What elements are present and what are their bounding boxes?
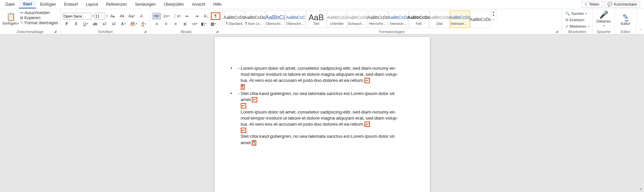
style-item-7[interactable]: AaBbCcDcHervorhe… [368,10,388,28]
clear-formatting-button[interactable]: A̷ [137,13,146,20]
style-scroll-down[interactable]: ▾ [491,13,496,17]
font-name-dropdown[interactable]: ▾ [92,14,94,18]
tab-layout[interactable]: Layout [82,1,102,8]
tab-hilfe[interactable]: Hilfe [209,1,225,8]
style-name: Intensive… [390,22,407,26]
font-color-button[interactable]: A▾ [139,21,148,27]
microphone-icon: 🎤 [599,10,608,19]
style-preview: AaBbCcDc [244,13,266,22]
ribbon: Datei Start Einfügen Entwurf Layout Refe… [0,0,644,34]
style-item-0[interactable]: AaBbCcDc¶ Standard [224,10,244,28]
select-button[interactable]: ⤢Markieren▾ [564,23,591,29]
comments-label: Kommentare [614,2,637,7]
style-item-8[interactable]: AaBbCcDcIntensive… [388,10,408,28]
doc-text: Lorem·ipsum·dolor·sit·amet,·consetetur·s… [241,66,396,71]
share-button[interactable]: ⇪Teilen [581,1,602,8]
style-preview: AaBbCcDc [367,13,389,22]
bold-button[interactable]: F [63,21,71,27]
style-preview: AaBbCcDc [224,13,245,22]
tab-einfuegen[interactable]: Einfügen [36,1,60,8]
document-page[interactable]: •→ Lorem·ipsum·dolor·sit·amet,·consetetu… [215,37,430,192]
tab-datei[interactable]: Datei [1,1,19,8]
find-button[interactable]: 🔍Suchen▾ [564,10,591,17]
style-item-1[interactable]: AaBbCcDc¶ Kein Lee… [245,10,265,28]
style-item-11[interactable]: AaBbCcDcIntensives… [450,10,470,28]
comments-button[interactable]: 💬Kommentare [604,1,640,8]
line-spacing-button[interactable]: ↕≡▾ [190,21,199,27]
dictate-button[interactable]: 🎤 Diktieren▾ [595,10,612,29]
find-label: Suchen [571,11,584,15]
style-name: Titel [313,22,319,26]
multilevel-button[interactable]: ⋮≡▾ [172,13,182,20]
italic-button[interactable]: K [72,21,81,27]
align-right-button[interactable]: ≡ [171,21,180,27]
style-scroll-up[interactable]: ▴ [491,10,496,13]
increase-indent-button[interactable]: ⇥ [192,13,201,20]
grow-font-button[interactable]: A▴ [108,13,117,20]
collapse-ribbon-button[interactable]: ˄ [639,29,641,33]
style-item-10[interactable]: AaBbCcDcZitat [429,10,449,28]
copy-button[interactable]: ⧉ Kopieren [20,15,58,20]
justify-button[interactable]: ≣ [181,21,189,27]
editor-label: Editor [621,22,631,26]
borders-button[interactable]: ▦▾ [209,21,218,27]
group-font-label: Schriftart [98,30,113,34]
doc-text: Stet·clita·kasd·gubergren,·no·sea·takima… [241,91,396,96]
styles-launcher[interactable]: ◢ [555,29,559,34]
tab-ueberpruefen[interactable]: Überprüfen [160,1,188,8]
font-size-dropdown[interactable]: ▾ [106,14,108,18]
text-effects-button[interactable]: A▾ [119,21,128,27]
style-item-9[interactable]: AaBbCcDcFett [409,10,429,28]
editor-button[interactable]: ✎̲ Editor [617,10,634,29]
underline-button[interactable]: U▾ [81,21,90,27]
pilcrow-mark: ¶ [241,84,245,90]
style-item-2[interactable]: AaBbC(Überschrif… [265,10,285,28]
style-item-12[interactable]: AaBbCcDc [470,10,490,28]
align-left-button[interactable]: ≡ [152,21,161,27]
tab-entwurf[interactable]: Entwurf [60,1,82,8]
sort-button[interactable]: A↓ [202,13,211,20]
style-item-6[interactable]: AaBbCcDcSchwache… [347,10,367,28]
clipboard-launcher[interactable]: ◢ [53,29,58,34]
tab-ansicht[interactable]: Ansicht [188,1,209,8]
cut-button[interactable]: ✂ Ausschneiden [20,10,58,15]
style-item-5[interactable]: AaBbCcDUntertitel [327,10,347,28]
style-preview: AaB [309,13,324,22]
decrease-indent-button[interactable]: ⇤ [183,13,192,20]
strikethrough-button[interactable]: ab [91,21,100,27]
style-preview: AaBbCcDc [470,15,491,24]
style-name: ¶ Standard [226,22,242,26]
tab-referenzen[interactable]: Referenzen [102,1,131,8]
copy-label: Kopieren [24,15,40,20]
replace-button[interactable]: ⟲Ersetzen [564,17,591,23]
shading-button[interactable]: ◧▾ [199,21,208,27]
style-item-4[interactable]: AaBTitel [306,10,326,28]
chevron-down-icon[interactable]: ⌄ [639,185,643,191]
shrink-font-button[interactable]: A▾ [118,13,126,20]
subscript-button[interactable]: x2 [100,21,109,27]
bullet-icon: • [231,65,236,90]
bullets-button[interactable]: •≡▾ [152,13,161,20]
superscript-button[interactable]: x2 [110,21,118,27]
doc-text: tua.·At·vero·eos·et·accusam·et·justo·duo… [241,78,365,83]
change-case-button[interactable]: Aa▾ [127,13,137,20]
paragraph-launcher[interactable]: ◢ [215,29,219,34]
highlight-button[interactable]: ab▾ [128,21,139,27]
font-name-input[interactable] [63,13,91,20]
align-center-button[interactable]: ≡ [162,21,171,27]
cursor-icon: ⤢ [565,24,568,29]
tab-start[interactable]: Start [19,0,36,8]
numbering-button[interactable]: 1≡▾ [162,13,171,20]
paste-button[interactable]: 📋 Einfügen▾ [2,10,20,29]
style-name: Untertitel [330,22,343,26]
workspace: •→ Lorem·ipsum·dolor·sit·amet,·consetetu… [0,34,644,192]
style-item-3[interactable]: AaBbCcCÜberschrif… [286,10,306,28]
show-marks-button[interactable]: ¶ [211,13,220,20]
tab-sendungen[interactable]: Sendungen [131,1,160,8]
font-size-input[interactable] [94,13,105,20]
style-expand[interactable]: ⌄ [491,17,496,20]
format-painter-button[interactable]: ✎ Format übertragen [20,21,58,25]
style-preview: AaBbCcDc [408,13,430,22]
font-launcher[interactable]: ◢ [143,29,147,34]
group-clipboard: 📋 Einfügen▾ ✂ Ausschneiden ⧉ Kopieren ✎ … [0,9,61,34]
